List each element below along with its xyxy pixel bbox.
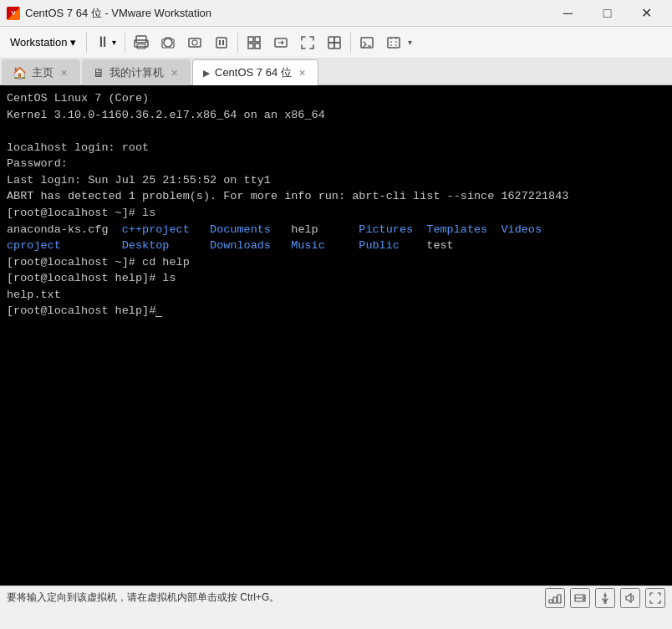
console-icon[interactable]	[354, 30, 379, 55]
audio-status-icon[interactable]	[620, 588, 640, 608]
suspend-icon[interactable]	[209, 30, 234, 55]
usb-status-icon[interactable]	[595, 588, 615, 608]
maximize-button[interactable]: □	[588, 0, 626, 27]
snapshot-icon[interactable]	[155, 30, 181, 55]
separator-1	[86, 33, 87, 53]
terminal-line-ls-row1: anaconda-ks.cfg c++project Documents hel…	[7, 222, 665, 238]
stretch-icon[interactable]	[268, 30, 293, 55]
terminal-line-ls-cmd: [root@localhost ~]# ls	[7, 205, 665, 222]
tab-mycomputer[interactable]: 🖥 我的计算机 ✕	[82, 59, 191, 85]
terminal-line-login: localhost login: root	[7, 140, 665, 156]
terminal-line-helptxt: help.txt	[7, 287, 665, 304]
title-bar: V CentOS 7 64 位 - VMware Workstation ─ □…	[0, 0, 672, 27]
full-icon[interactable]	[295, 30, 320, 55]
mycomputer-tab-icon: 🖥	[93, 66, 104, 79]
svg-rect-23	[557, 595, 561, 603]
mycomputer-tab-close[interactable]: ✕	[169, 67, 180, 79]
minimize-button[interactable]: ─	[549, 0, 587, 27]
pause-button[interactable]: ⏸ ▾	[90, 30, 121, 55]
terminal-line-0: CentOS Linux 7 (Core)	[7, 90, 665, 107]
status-message: 要将输入定向到该虚拟机，请在虚拟机内部单击或按 Ctrl+G。	[7, 591, 545, 605]
home-tab-close[interactable]: ✕	[59, 67, 69, 79]
terminal-line-lastlogin: Last login: Sun Jul 25 21:55:52 on tty1	[7, 172, 665, 189]
terminal-line-1: Kernel 3.10.0-1160.36.2.el7.x86_64 on an…	[7, 107, 665, 124]
tab-bar: 🏠 主页 ✕ 🖥 我的计算机 ✕ ▶ CentOS 7 64 位 ✕	[0, 59, 672, 85]
storage-status-icon[interactable]	[570, 588, 590, 608]
separator-3	[237, 33, 238, 53]
terminal-line-password: Password:	[7, 156, 665, 172]
window-title: CentOS 7 64 位 - VMware Workstation	[25, 6, 211, 21]
svg-rect-17	[334, 43, 340, 49]
svg-rect-6	[216, 38, 227, 48]
svg-rect-14	[328, 37, 334, 43]
svg-point-26	[583, 596, 584, 597]
fullscreen-corner-icon[interactable]	[381, 30, 406, 55]
svg-rect-21	[549, 600, 552, 603]
svg-rect-11	[248, 43, 253, 49]
svg-rect-20	[388, 38, 400, 48]
terminal-line-ls2: [root@localhost help]# ls	[7, 270, 665, 287]
fit-icon[interactable]	[242, 30, 267, 55]
title-controls: ─ □ ✕	[549, 0, 665, 27]
unity-icon[interactable]	[322, 30, 347, 55]
home-tab-label: 主页	[32, 65, 53, 80]
svg-rect-15	[334, 37, 340, 43]
print-icon[interactable]	[129, 30, 154, 55]
tab-home[interactable]: 🏠 主页 ✕	[2, 59, 80, 85]
vmware-icon: V	[7, 7, 20, 20]
terminal-line-abrt: ABRT has detected 1 problem(s). For more…	[7, 188, 665, 205]
network-status-icon[interactable]	[545, 588, 565, 608]
mycomputer-tab-label: 我的计算机	[109, 65, 164, 80]
maximize-status-icon[interactable]	[645, 588, 665, 608]
svg-rect-10	[255, 37, 260, 42]
svg-point-5	[192, 40, 197, 45]
svg-rect-16	[328, 43, 334, 49]
terminal-line-cd: [root@localhost ~]# cd help	[7, 254, 665, 271]
svg-rect-0	[136, 36, 146, 43]
close-button[interactable]: ✕	[628, 0, 665, 27]
centos-tab-label: CentOS 7 64 位	[215, 65, 292, 80]
pause-dropdown-icon: ▾	[112, 38, 116, 47]
menu-bar: Workstation ▾ ⏸ ▾ ▾	[0, 27, 672, 59]
title-left: V CentOS 7 64 位 - VMware Workstation	[7, 6, 211, 21]
fullscreen-dropdown[interactable]: ▾	[408, 38, 412, 47]
terminal-line-ls-row2: cproject Desktop Downloads Music Public …	[7, 238, 665, 254]
tab-centos[interactable]: ▶ CentOS 7 64 位 ✕	[192, 59, 318, 85]
svg-rect-9	[248, 37, 253, 42]
status-icons	[545, 588, 665, 608]
separator-4	[350, 33, 351, 53]
centos-tab-icon: ▶	[203, 68, 210, 79]
svg-rect-12	[255, 43, 260, 49]
workstation-menu[interactable]: Workstation ▾	[3, 30, 83, 55]
svg-point-29	[604, 601, 607, 603]
capture-icon[interactable]	[182, 30, 207, 55]
pause-icon: ⏸	[95, 33, 110, 51]
svg-point-27	[583, 599, 584, 601]
centos-tab-close[interactable]: ✕	[297, 67, 308, 79]
terminal-area[interactable]: CentOS Linux 7 (Core) Kernel 3.10.0-1160…	[0, 85, 672, 586]
home-tab-icon: 🏠	[13, 66, 27, 79]
terminal-line-blank	[7, 123, 665, 140]
svg-rect-22	[553, 597, 557, 603]
terminal-line-prompt: [root@localhost help]#█	[7, 303, 665, 320]
status-bar: 要将输入定向到该虚拟机，请在虚拟机内部单击或按 Ctrl+G。	[0, 586, 672, 609]
svg-point-3	[164, 38, 172, 47]
separator-2	[125, 33, 125, 53]
